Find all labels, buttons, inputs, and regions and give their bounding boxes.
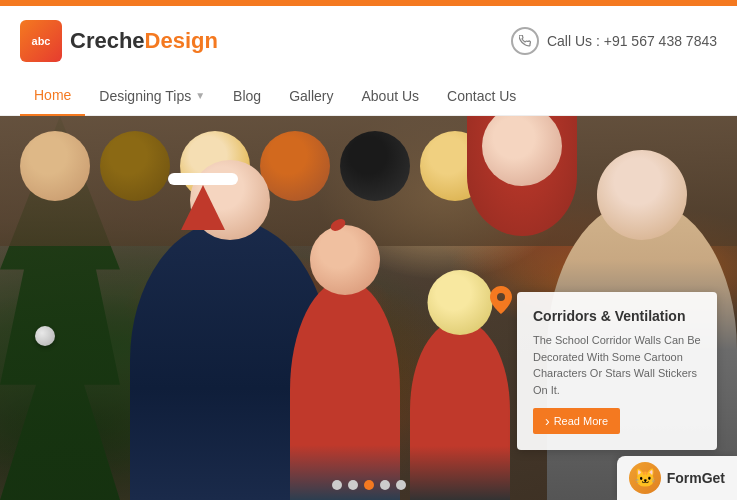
dropdown-arrow: ▼	[195, 90, 205, 101]
formget-badge[interactable]: 🐱 FormGet	[617, 456, 737, 500]
site-header: abc CrecheDesign Call Us : +91 567 438 7…	[0, 6, 737, 76]
phone-area: Call Us : +91 567 438 7843	[511, 27, 717, 55]
blonde-child	[410, 320, 510, 500]
slide-dots	[332, 480, 406, 490]
map-pin-icon	[490, 286, 512, 320]
read-more-button[interactable]: Read More	[533, 408, 620, 434]
nav-about[interactable]: About Us	[347, 76, 433, 116]
adult-right-face	[597, 150, 687, 240]
phone-icon	[511, 27, 539, 55]
santa-hat-on-officer	[168, 173, 238, 230]
tree-ornament	[35, 326, 55, 346]
nav-blog[interactable]: Blog	[219, 76, 275, 116]
dot-4[interactable]	[380, 480, 390, 490]
blonde-child-face	[428, 270, 493, 335]
info-card: Corridors & Ventilation The School Corri…	[517, 292, 717, 450]
formget-label: FormGet	[667, 470, 725, 486]
nav-gallery[interactable]: Gallery	[275, 76, 347, 116]
dot-5[interactable]	[396, 480, 406, 490]
child-head-4	[260, 131, 330, 201]
card-title: Corridors & Ventilation	[533, 308, 701, 324]
formget-logo-icon: 🐱	[629, 462, 661, 494]
nav-contact[interactable]: Contact Us	[433, 76, 530, 116]
santa-figure	[467, 116, 577, 236]
dot-3[interactable]	[364, 480, 374, 490]
dot-1[interactable]	[332, 480, 342, 490]
logo-text: CrecheDesign	[70, 28, 218, 54]
child-head-5	[340, 131, 410, 201]
phone-number: Call Us : +91 567 438 7843	[547, 33, 717, 49]
red-dress-child	[290, 280, 400, 500]
santa-face	[482, 116, 562, 186]
child-head-2	[100, 131, 170, 201]
site-logo[interactable]: abc CrecheDesign	[20, 20, 218, 62]
logo-icon: abc	[20, 20, 62, 62]
card-body: The School Corridor Walls Can Be Decorat…	[533, 332, 701, 398]
red-dress-child-face	[310, 225, 380, 295]
child-head-1	[20, 131, 90, 201]
nav-designing-tips[interactable]: Designing Tips ▼	[85, 76, 219, 116]
hero-section: Corridors & Ventilation The School Corri…	[0, 116, 737, 500]
navigation-bar: Home Designing Tips ▼ Blog Gallery About…	[0, 76, 737, 116]
dot-2[interactable]	[348, 480, 358, 490]
nav-home[interactable]: Home	[20, 76, 85, 116]
